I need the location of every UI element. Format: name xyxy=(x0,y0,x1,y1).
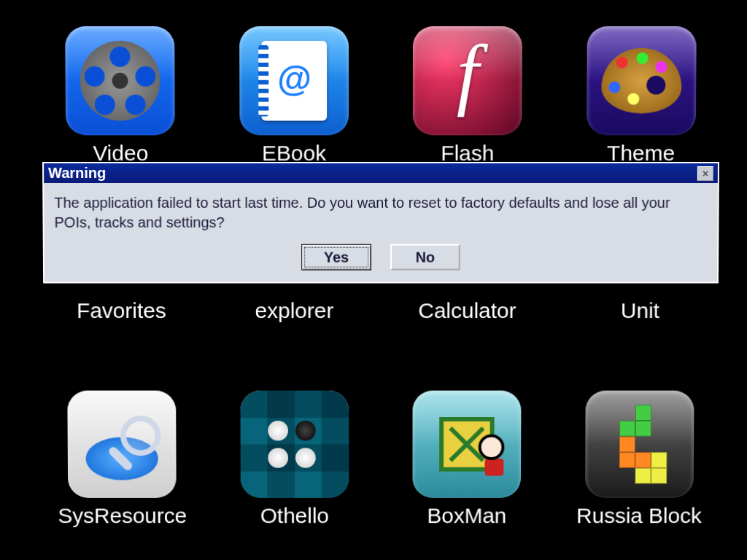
app-label: explorer xyxy=(255,298,334,323)
address-book-icon: @ xyxy=(239,26,349,135)
app-othello[interactable]: Othello xyxy=(240,391,349,528)
app-label: Favorites xyxy=(77,298,166,323)
yes-button[interactable]: Yes xyxy=(301,244,371,271)
app-explorer[interactable]: explorer xyxy=(240,293,349,367)
dialog-message: The application failed to start last tim… xyxy=(44,183,718,236)
app-sysresource[interactable]: SysResource xyxy=(57,391,187,528)
palette-icon xyxy=(587,26,697,135)
app-label: Russia Block xyxy=(576,504,702,528)
crate-icon xyxy=(413,391,522,498)
warning-dialog: Warning × The application failed to star… xyxy=(42,162,719,284)
no-button[interactable]: No xyxy=(390,244,460,271)
app-label: SysResource xyxy=(58,504,187,528)
app-label: Calculator xyxy=(418,298,516,323)
flash-icon: f xyxy=(413,26,522,135)
app-label: Othello xyxy=(260,504,329,528)
app-flash[interactable]: f Flash xyxy=(413,26,522,166)
close-button[interactable]: × xyxy=(697,166,713,180)
app-favorites[interactable]: Favorites xyxy=(67,293,177,367)
film-reel-icon xyxy=(65,26,175,135)
dialog-button-row: Yes No xyxy=(44,236,718,282)
app-russiablock[interactable]: Russia Block xyxy=(576,391,703,528)
dialog-title: Warning xyxy=(48,165,106,182)
app-theme[interactable]: Theme xyxy=(587,26,697,166)
dialog-titlebar: Warning × xyxy=(44,163,718,183)
app-label: BoxMan xyxy=(427,504,506,528)
app-calculator[interactable]: Calculator xyxy=(413,293,522,367)
magnifier-disc-icon xyxy=(68,391,177,498)
othello-board-icon xyxy=(240,391,349,498)
app-ebook[interactable]: @ EBook xyxy=(239,26,349,166)
app-label: Unit xyxy=(621,298,659,323)
app-unit[interactable]: Unit xyxy=(586,293,695,367)
tetris-icon xyxy=(585,391,694,498)
app-boxman[interactable]: BoxMan xyxy=(413,391,522,528)
app-video[interactable]: Video xyxy=(65,26,175,166)
